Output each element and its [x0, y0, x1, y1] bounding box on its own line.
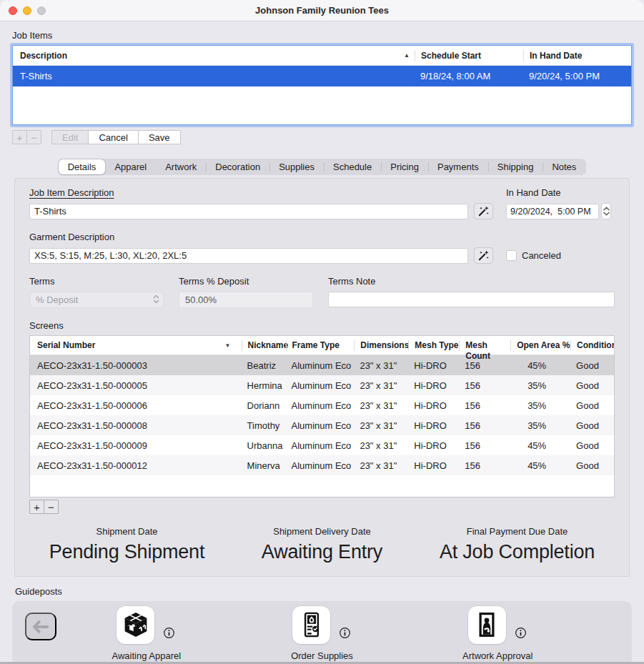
tab-decoration[interactable]: Decoration — [206, 159, 269, 174]
guideposts-back-button[interactable] — [25, 613, 56, 640]
app-window: Johnson Family Reunion Tees Job Items De… — [0, 0, 644, 664]
supplies-icon — [297, 610, 327, 640]
terms-note-input[interactable] — [328, 292, 615, 307]
tab-artwork[interactable]: Artwork — [156, 159, 206, 174]
column-header-mesh-type[interactable]: Mesh Type — [408, 340, 459, 351]
column-header-open-area[interactable]: Open Area % — [510, 340, 570, 351]
screens-table-header: Serial Number ▼ Nickname Frame Type Dime… — [30, 336, 614, 355]
dimensions-cell: 23" x 31" — [354, 420, 408, 431]
column-header-mesh-count[interactable]: Mesh Count — [459, 340, 510, 351]
in-hand-date-stepper[interactable] — [601, 203, 611, 219]
tab-details[interactable]: Details — [59, 159, 106, 174]
mesh-count-cell: 156 — [459, 380, 510, 391]
close-window-button[interactable] — [9, 6, 17, 15]
job-item-description-input[interactable] — [29, 204, 468, 219]
info-circle-icon — [338, 626, 352, 640]
screen-row[interactable]: AECO-23x31-1.50-000005 Hermina Aluminum … — [30, 375, 614, 395]
job-item-description-label[interactable]: Job Item Description — [29, 187, 114, 198]
final-payment-due-date-label: Final Payment Due Date — [420, 526, 615, 537]
terms-deposit-field: 50.00% — [179, 292, 313, 308]
garment-description-input[interactable] — [29, 248, 468, 264]
title-bar: Johnson Family Reunion Tees — [0, 0, 644, 21]
guidepost-card[interactable] — [468, 606, 506, 644]
job-items-table[interactable]: Description ▲ Schedule Start In Hand Dat… — [12, 45, 632, 125]
canceled-checkbox[interactable] — [506, 250, 517, 261]
select-arrows-icon — [152, 294, 160, 307]
frame-type-cell: Aluminum Eco — [286, 460, 355, 471]
column-header-frame-type[interactable]: Frame Type — [286, 340, 355, 351]
column-header-schedule-start[interactable]: Schedule Start — [415, 50, 523, 61]
column-header-serial-number[interactable]: Serial Number ▼ — [30, 340, 242, 351]
final-payment-due-date-value: At Job Completion — [420, 541, 615, 563]
guidepost-card[interactable] — [292, 606, 330, 644]
screen-row[interactable]: AECO-23x31-1.50-000012 Minerva Aluminum … — [30, 455, 614, 475]
tab-notes[interactable]: Notes — [543, 159, 585, 174]
column-header-dimensions[interactable]: Dimensions — [354, 340, 408, 351]
screens-table[interactable]: Serial Number ▼ Nickname Frame Type Dime… — [29, 335, 615, 497]
magic-wand-icon — [477, 205, 490, 217]
autofill-description-button[interactable] — [474, 203, 493, 219]
guidepost-card[interactable] — [117, 606, 154, 644]
condition-cell: Good — [570, 380, 614, 391]
window-title: Johnson Family Reunion Tees — [255, 5, 389, 16]
mesh-type-cell: Hi-DRO — [408, 420, 459, 431]
save-button[interactable]: Save — [138, 130, 181, 144]
info-circle-icon — [162, 626, 176, 640]
nickname-cell: Beatriz — [242, 360, 286, 371]
frame-type-cell: Aluminum Eco — [286, 400, 355, 411]
screen-row[interactable]: AECO-23x31-1.50-000006 Doriann Aluminum … — [30, 395, 614, 415]
minimize-window-button[interactable] — [23, 6, 31, 15]
info-button[interactable] — [162, 626, 176, 643]
mesh-count-cell: 156 — [459, 440, 510, 451]
condition-cell: Good — [570, 360, 614, 371]
mesh-count-cell: 156 — [459, 400, 510, 411]
window-controls — [9, 6, 46, 15]
tab-payments[interactable]: Payments — [428, 159, 488, 174]
column-header-condition[interactable]: Condition — [570, 340, 614, 351]
guidepost-label: Artwork Approval — [462, 650, 532, 661]
open-area-cell: 45% — [510, 440, 570, 451]
info-button[interactable] — [338, 626, 352, 643]
screen-row[interactable]: AECO-23x31-1.50-000008 Timothy Aluminum … — [30, 415, 614, 435]
dimensions-cell: 23" x 31" — [354, 380, 408, 391]
open-area-cell: 35% — [510, 420, 570, 431]
cancel-button[interactable]: Cancel — [88, 130, 138, 144]
column-header-description[interactable]: Description ▲ — [13, 46, 415, 65]
screen-row[interactable]: AECO-23x31-1.50-000009 Urbanna Aluminum … — [30, 435, 614, 455]
guidepost-label: Awaiting Apparel — [112, 650, 182, 661]
nickname-cell: Hermina — [242, 380, 286, 391]
garment-description-label: Garment Description — [29, 232, 114, 242]
add-job-item-button[interactable]: + — [12, 130, 27, 144]
info-button[interactable] — [514, 626, 527, 643]
mesh-type-cell: Hi-DRO — [408, 460, 459, 471]
serial-cell: AECO-23x31-1.50-000012 — [30, 460, 242, 471]
remove-screen-button[interactable]: − — [44, 500, 59, 514]
back-arrow-icon — [31, 619, 50, 635]
serial-cell: AECO-23x31-1.50-000006 — [30, 400, 242, 411]
column-header-in-hand-date[interactable]: In Hand Date — [523, 50, 631, 61]
terms-label: Terms — [29, 276, 54, 287]
in-hand-date-input[interactable] — [506, 204, 599, 219]
tab-apparel[interactable]: Apparel — [105, 159, 156, 174]
job-item-row-selected[interactable]: T-Shirts 9/18/24, 8:00 AM 9/20/24, 5:00 … — [13, 66, 631, 86]
add-screen-button[interactable]: + — [29, 500, 44, 514]
zoom-window-button — [37, 6, 46, 15]
autofill-garment-button[interactable] — [474, 247, 493, 264]
remove-job-item-button[interactable]: − — [26, 130, 41, 144]
shipment-date-label: Shipment Date — [29, 526, 224, 537]
tab-supplies[interactable]: Supplies — [269, 159, 324, 174]
nickname-cell: Minerva — [242, 460, 286, 471]
tab-schedule[interactable]: Schedule — [324, 159, 381, 174]
serial-cell: AECO-23x31-1.50-000005 — [30, 380, 242, 391]
open-area-cell: 45% — [510, 360, 570, 371]
info-circle-icon — [514, 626, 527, 640]
tab-shipping[interactable]: Shipping — [488, 159, 543, 174]
guidepost-awaiting-apparel: Awaiting Apparel — [59, 606, 234, 661]
screen-row[interactable]: AECO-23x31-1.50-000003 Beatriz Aluminum … — [30, 355, 614, 375]
canceled-label: Canceled — [522, 250, 561, 261]
sort-descending-icon: ▼ — [225, 340, 236, 351]
column-header-nickname[interactable]: Nickname — [242, 340, 286, 351]
mesh-count-cell: 156 — [459, 460, 510, 471]
tab-pricing[interactable]: Pricing — [381, 159, 428, 174]
terms-select[interactable]: % Deposit — [29, 292, 164, 308]
